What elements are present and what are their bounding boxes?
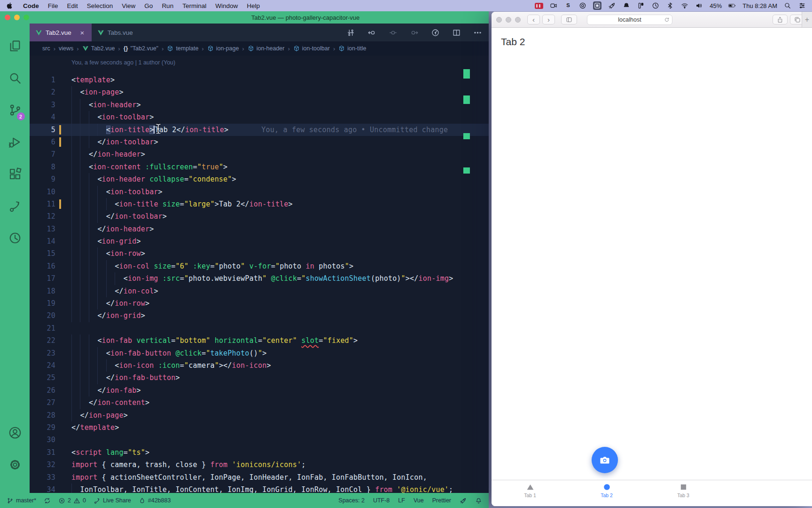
extensions-icon[interactable] (4, 158, 26, 190)
menu-item-view[interactable]: View (122, 2, 135, 9)
menu-item-code[interactable]: Code (23, 2, 39, 9)
breadcrumb-item-iontitle[interactable]: ion-title (338, 45, 366, 52)
menu-item-terminal[interactable]: Terminal (182, 2, 206, 9)
breadcrumb-item-ionheader[interactable]: ion-header (248, 45, 285, 52)
breadcrumb-item-ionpage[interactable]: ion-page (207, 45, 239, 52)
status-2[interactable]: 20 (58, 497, 86, 504)
apple-menu-icon[interactable] (6, 1, 14, 10)
app-tab-tab1[interactable]: Tab 1 (510, 484, 550, 498)
bluetooth-icon[interactable] (666, 1, 674, 10)
source-control-icon[interactable]: 2 (4, 94, 26, 126)
reload-icon[interactable] (664, 17, 670, 23)
code-editor[interactable]: You, a few seconds ago | 1 author (You) … (30, 56, 489, 493)
notification-icon[interactable] (622, 1, 631, 10)
code-line-29[interactable]: 29</template> (30, 421, 489, 434)
status-master[interactable]: master* (7, 497, 36, 504)
code-line-33[interactable]: 33import { actionSheetController, IonPag… (30, 471, 489, 484)
menu-clock[interactable]: Thu 8:28 AM (742, 2, 777, 9)
code-line-22[interactable]: 22<ion-fab vertical="bottom" horizontal=… (30, 334, 489, 347)
code-line-10[interactable]: 10<ion-toolbar> (30, 186, 489, 198)
code-line-14[interactable]: 14<ion-grid> (30, 235, 489, 247)
vscode-title-bar[interactable]: Tab2.vue — photo-gallery-capacitor-vue (0, 11, 489, 24)
breadcrumb-item-template[interactable]: template (167, 45, 198, 52)
code-line-8[interactable]: 8<ion-content :fullscreen="true"> (30, 161, 489, 173)
zoom-window-button[interactable] (23, 15, 29, 20)
code-line-21[interactable]: 21 (30, 322, 489, 334)
battery-icon[interactable] (728, 1, 736, 10)
status-sync[interactable] (44, 497, 51, 504)
screen-capture-icon[interactable] (593, 1, 601, 10)
editor-tab-tab2vue[interactable]: Tab2.vue× (30, 24, 92, 41)
status-bell[interactable] (475, 497, 482, 504)
close-tab-icon[interactable]: × (78, 29, 86, 37)
video-camera-icon[interactable] (549, 1, 558, 10)
gitlens-authors-lens[interactable]: You, a few seconds ago | 1 author (You) (71, 59, 175, 66)
split-editor-icon[interactable] (452, 28, 461, 37)
explorer-icon[interactable] (4, 30, 26, 62)
code-line-30[interactable]: 30 (30, 434, 489, 446)
menu-item-file[interactable]: File (48, 2, 58, 9)
code-line-12[interactable]: 12</ion-toolbar> (30, 210, 489, 222)
debug-icon[interactable] (4, 126, 26, 158)
code-line-3[interactable]: 3<ion-header> (30, 99, 489, 111)
history-icon[interactable] (4, 222, 26, 254)
sidebar-icon[interactable] (561, 15, 577, 24)
share-icon[interactable] (773, 15, 788, 24)
safari-zoom-button[interactable] (515, 17, 521, 23)
rocket-icon[interactable] (608, 1, 616, 10)
disc-icon[interactable] (578, 1, 587, 10)
code-line-28[interactable]: 28</ion-page> (30, 409, 489, 421)
breadcrumb-item-src[interactable]: src (42, 45, 50, 52)
timeline-icon[interactable] (431, 28, 440, 37)
compare-icon[interactable] (346, 28, 355, 37)
status-rocket[interactable] (460, 497, 467, 504)
code-line-5[interactable]: 5<ion-title>Tab 2</ion-title>You, a few … (30, 124, 489, 136)
status-42b883[interactable]: #42b883 (139, 497, 171, 504)
code-line-11[interactable]: 11<ion-title size="large">Tab 2</ion-tit… (30, 198, 489, 210)
code-line-20[interactable]: 20</ion-grid> (30, 310, 489, 322)
menu-item-window[interactable]: Window (215, 2, 238, 9)
close-window-button[interactable] (5, 15, 10, 20)
forward-button[interactable]: › (542, 15, 555, 24)
app-tab-tab3[interactable]: Tab 3 (663, 484, 703, 498)
prev-change-icon[interactable] (367, 28, 376, 37)
code-line-27[interactable]: 27</ion-content> (30, 397, 489, 409)
code-line-4[interactable]: 4<ion-toolbar> (30, 111, 489, 123)
safari-minimize-button[interactable] (506, 17, 511, 23)
safari-close-button[interactable] (496, 17, 502, 23)
menu-item-go[interactable]: Go (144, 2, 153, 9)
code-line-2[interactable]: 2<ion-page> (30, 86, 489, 98)
app-tab-tab2[interactable]: Tab 2 (586, 484, 627, 498)
stats-icon[interactable]: S (564, 1, 572, 10)
new-tab-button[interactable]: + (802, 12, 812, 27)
status-prettier[interactable]: Prettier (432, 497, 451, 504)
code-line-23[interactable]: 23<ion-fab-button @click="takePhoto()"> (30, 347, 489, 359)
code-line-16[interactable]: 16<ion-col size="6" :key="photo" v-for="… (30, 260, 489, 272)
code-line-24[interactable]: 24<ion-icon :icon="camera"></ion-icon> (30, 359, 489, 372)
menu-item-run[interactable]: Run (162, 2, 173, 9)
search-icon[interactable] (4, 62, 26, 94)
code-line-26[interactable]: 26</ion-fab> (30, 384, 489, 397)
back-button[interactable]: ‹ (527, 15, 540, 24)
spotlight-icon[interactable] (783, 1, 792, 10)
code-line-25[interactable]: 25</ion-fab-button> (30, 372, 489, 384)
status-spaces2[interactable]: Spaces: 2 (338, 497, 365, 504)
code-line-6[interactable]: 6</ion-toolbar> (30, 136, 489, 148)
code-line-18[interactable]: 18</ion-col> (30, 285, 489, 297)
change-icon[interactable] (389, 28, 398, 37)
menu-item-selection[interactable]: Selection (87, 2, 113, 9)
status-utf8[interactable]: UTF-8 (373, 497, 390, 504)
menu-item-help[interactable]: Help (247, 2, 260, 9)
account-icon[interactable] (4, 417, 26, 449)
volume-icon[interactable] (695, 1, 703, 10)
code-line-19[interactable]: 19</ion-row> (30, 297, 489, 310)
more-icon[interactable] (473, 28, 482, 37)
code-line-15[interactable]: 15<ion-row> (30, 247, 489, 260)
breadcrumb-item-views[interactable]: views (59, 45, 73, 52)
breadcrumb-item-iontoolbar[interactable]: ion-toolbar (293, 45, 330, 52)
code-line-34[interactable]: 34IonToolbar, IonTitle, IonContent, IonI… (30, 484, 489, 493)
code-line-1[interactable]: 1<template> (30, 74, 489, 86)
minimize-window-button[interactable] (14, 15, 20, 20)
address-bar[interactable]: localhost (587, 15, 672, 25)
breadcrumb-item-tab2vue[interactable]: {}"Tab2.vue" (124, 45, 158, 52)
